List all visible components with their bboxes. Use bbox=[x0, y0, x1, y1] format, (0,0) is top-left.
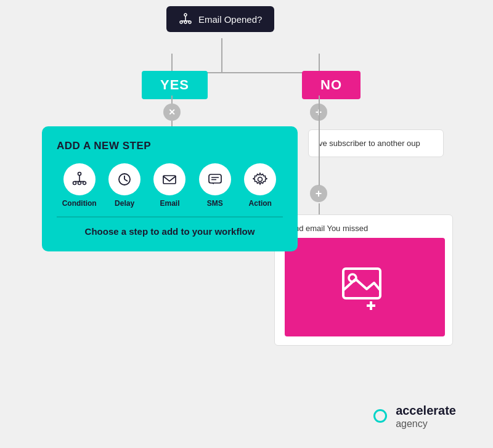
right-card-2[interactable]: Send email You missed bbox=[274, 214, 453, 346]
svg-marker-21 bbox=[211, 183, 214, 184]
popup-divider bbox=[57, 216, 283, 218]
condition-icon bbox=[71, 171, 88, 188]
sms-label: SMS bbox=[207, 199, 223, 208]
action-step[interactable]: Action bbox=[238, 163, 282, 208]
sms-icon bbox=[206, 171, 224, 188]
yes-connector bbox=[171, 54, 173, 72]
svg-point-0 bbox=[184, 14, 187, 16]
right-card-1[interactable]: ve subscriber to another oup bbox=[308, 129, 444, 157]
delay-step[interactable]: Delay bbox=[103, 163, 146, 208]
condition-step[interactable]: Condition bbox=[58, 163, 101, 208]
action-label: Action bbox=[249, 199, 272, 208]
svg-rect-17 bbox=[163, 176, 176, 184]
condition-icon-circle bbox=[63, 163, 96, 195]
connector-line bbox=[221, 38, 222, 72]
svg-point-7 bbox=[78, 173, 81, 176]
brand-name: accelerate bbox=[396, 403, 456, 418]
popup-hint: Choose a step to add to your workflow bbox=[57, 226, 283, 237]
step-icons-row: Condition Delay bbox=[57, 163, 283, 208]
sms-icon-circle bbox=[199, 163, 231, 195]
brand-circle-icon bbox=[373, 409, 387, 423]
no-button[interactable]: NO bbox=[302, 71, 361, 99]
action-icon-circle bbox=[244, 163, 276, 195]
no-connector bbox=[319, 54, 320, 72]
svg-point-22 bbox=[258, 177, 263, 182]
email-opened-label: Email Opened? bbox=[198, 14, 262, 25]
add-step-button-middle[interactable]: + bbox=[310, 185, 327, 202]
email-step[interactable]: Email bbox=[148, 163, 191, 208]
popup-title: ADD A NEW STEP bbox=[57, 140, 283, 152]
branding: accelerate agency bbox=[373, 403, 456, 430]
brand-text: accelerate agency bbox=[396, 403, 456, 430]
add-new-step-popup: ADD A NEW STEP Condition bbox=[42, 126, 298, 251]
clock-icon bbox=[116, 171, 133, 188]
image-icon bbox=[337, 259, 393, 315]
email-icon-circle bbox=[153, 163, 185, 195]
yes-button[interactable]: YES bbox=[142, 71, 208, 99]
close-step-button[interactable]: ✕ bbox=[163, 104, 181, 121]
sms-step[interactable]: SMS bbox=[194, 163, 237, 208]
no-down-line bbox=[319, 96, 320, 121]
svg-rect-18 bbox=[209, 174, 221, 183]
gear-icon bbox=[251, 171, 269, 188]
email-icon bbox=[161, 171, 178, 188]
delay-icon-circle bbox=[108, 163, 141, 195]
right-card-1-text: ve subscriber to another oup bbox=[319, 139, 420, 148]
right-connector-2 bbox=[319, 203, 320, 214]
workflow-icon bbox=[179, 12, 192, 26]
condition-label: Condition bbox=[62, 199, 97, 208]
svg-line-16 bbox=[124, 179, 128, 181]
email-opened-node[interactable]: Email Opened? bbox=[166, 6, 274, 32]
workflow-canvas: Email Opened? YES NO ✕ + ADD A NEW STEP bbox=[0, 0, 493, 448]
email-label: Email bbox=[160, 199, 179, 208]
email-card-title: Send email You missed bbox=[285, 224, 442, 233]
email-image-placeholder bbox=[285, 238, 445, 336]
delay-label: Delay bbox=[115, 199, 134, 208]
right-connector-1 bbox=[319, 121, 320, 185]
brand-sub: agency bbox=[396, 418, 456, 430]
